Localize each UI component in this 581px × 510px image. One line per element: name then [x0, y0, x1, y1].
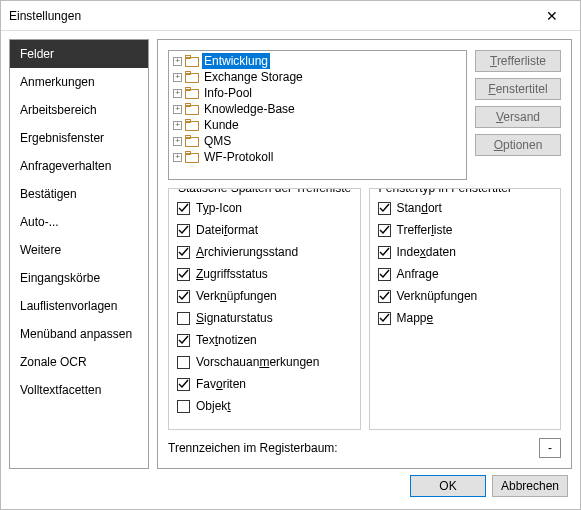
close-icon[interactable]: ✕: [532, 2, 572, 30]
checkbox-label: Dateiformat: [196, 223, 258, 237]
sidebar-item[interactable]: Ergebnisfenster: [10, 124, 148, 152]
checkbox-label: Anfrage: [397, 267, 439, 281]
window-title: Einstellungen: [9, 9, 532, 23]
checkbox-label: Mappe: [397, 311, 434, 325]
checkbox-label: Standort: [397, 201, 442, 215]
side-button[interactable]: Trefferliste: [475, 50, 561, 72]
checkbox-label: Zugriffsstatus: [196, 267, 268, 281]
checkbox-row[interactable]: Anfrage: [378, 263, 553, 285]
checkbox-row[interactable]: Dateiformat: [177, 219, 352, 241]
folder-icon: [185, 71, 199, 83]
checkbox-icon: [177, 312, 190, 325]
checkbox-icon: [177, 290, 190, 303]
checkbox-row[interactable]: Verknüpfungen: [177, 285, 352, 307]
checkbox-icon: [177, 246, 190, 259]
tree[interactable]: +Entwicklung+Exchange Storage+Info-Pool+…: [168, 50, 467, 180]
sidebar-item[interactable]: Eingangskörbe: [10, 264, 148, 292]
sidebar-item[interactable]: Lauflistenvorlagen: [10, 292, 148, 320]
checkbox-icon: [177, 400, 190, 413]
checkbox-label: Favoriten: [196, 377, 246, 391]
tree-expander-icon[interactable]: +: [173, 89, 182, 98]
tree-item-label: QMS: [202, 133, 233, 149]
tree-item[interactable]: +Exchange Storage: [173, 69, 462, 85]
checkbox-row[interactable]: Archivierungsstand: [177, 241, 352, 263]
tree-expander-icon[interactable]: +: [173, 153, 182, 162]
side-button[interactable]: Versand: [475, 106, 561, 128]
tree-expander-icon[interactable]: +: [173, 121, 182, 130]
tree-expander-icon[interactable]: +: [173, 57, 182, 66]
checkbox-icon: [177, 202, 190, 215]
checkbox-row[interactable]: Vorschauanmerkungen: [177, 351, 352, 373]
checkbox-row[interactable]: Favoriten: [177, 373, 352, 395]
separator-label: Trennzeichen im Registerbaum:: [168, 441, 338, 455]
tree-expander-icon[interactable]: +: [173, 73, 182, 82]
sidebar-item[interactable]: Menüband anpassen: [10, 320, 148, 348]
checkbox-row[interactable]: Standort: [378, 197, 553, 219]
tree-item-label: WF-Protokoll: [202, 149, 275, 165]
checkbox-icon: [177, 224, 190, 237]
tree-item-label: Entwicklung: [202, 53, 270, 69]
checkbox-row[interactable]: Verknüpfungen: [378, 285, 553, 307]
checkbox-icon: [378, 268, 391, 281]
sidebar-item[interactable]: Felder: [10, 40, 148, 68]
checkbox-row[interactable]: Textnotizen: [177, 329, 352, 351]
checkbox-icon: [177, 334, 190, 347]
checkbox-row[interactable]: Signaturstatus: [177, 307, 352, 329]
tree-item[interactable]: +Kunde: [173, 117, 462, 133]
group-static-columns: Statische Spalten der Trefferliste Typ-I…: [168, 188, 361, 430]
sidebar-item[interactable]: Auto-...: [10, 208, 148, 236]
checkbox-icon: [378, 290, 391, 303]
side-button[interactable]: Fenstertitel: [475, 78, 561, 100]
folder-icon: [185, 119, 199, 131]
checkbox-icon: [177, 268, 190, 281]
checkbox-label: Typ-Icon: [196, 201, 242, 215]
tree-expander-icon[interactable]: +: [173, 105, 182, 114]
cancel-button[interactable]: Abbrechen: [492, 475, 568, 497]
group-title-wintype: Fenstertyp in Fenstertitel: [376, 188, 514, 195]
tree-expander-icon[interactable]: +: [173, 137, 182, 146]
checkbox-icon: [378, 202, 391, 215]
sidebar-item[interactable]: Arbeitsbereich: [10, 96, 148, 124]
group-window-type: Fenstertyp in Fenstertitel StandortTreff…: [369, 188, 562, 430]
tree-item[interactable]: +WF-Protokoll: [173, 149, 462, 165]
checkbox-label: Textnotizen: [196, 333, 257, 347]
tree-item-label: Kunde: [202, 117, 241, 133]
sidebar-item[interactable]: Anmerkungen: [10, 68, 148, 96]
folder-icon: [185, 135, 199, 147]
checkbox-row[interactable]: Typ-Icon: [177, 197, 352, 219]
checkbox-row[interactable]: Objekt: [177, 395, 352, 417]
separator-input[interactable]: [539, 438, 561, 458]
sidebar: FelderAnmerkungenArbeitsbereichErgebnisf…: [9, 39, 149, 469]
sidebar-item[interactable]: Anfrageverhalten: [10, 152, 148, 180]
tree-item[interactable]: +Info-Pool: [173, 85, 462, 101]
checkbox-label: Trefferliste: [397, 223, 453, 237]
checkbox-label: Verknüpfungen: [397, 289, 478, 303]
tree-item[interactable]: +Knowledge-Base: [173, 101, 462, 117]
tree-item[interactable]: +QMS: [173, 133, 462, 149]
tree-item-label: Exchange Storage: [202, 69, 305, 85]
checkbox-label: Objekt: [196, 399, 231, 413]
sidebar-item[interactable]: Volltextfacetten: [10, 376, 148, 404]
checkbox-icon: [378, 312, 391, 325]
sidebar-item[interactable]: Weitere: [10, 236, 148, 264]
ok-button[interactable]: OK: [410, 475, 486, 497]
folder-icon: [185, 103, 199, 115]
folder-icon: [185, 87, 199, 99]
checkbox-row[interactable]: Mappe: [378, 307, 553, 329]
checkbox-row[interactable]: Trefferliste: [378, 219, 553, 241]
checkbox-label: Vorschauanmerkungen: [196, 355, 319, 369]
tree-item-label: Knowledge-Base: [202, 101, 297, 117]
checkbox-label: Verknüpfungen: [196, 289, 277, 303]
checkbox-row[interactable]: Indexdaten: [378, 241, 553, 263]
sidebar-item[interactable]: Zonale OCR: [10, 348, 148, 376]
tree-item-label: Info-Pool: [202, 85, 254, 101]
tree-item[interactable]: +Entwicklung: [173, 53, 462, 69]
sidebar-item[interactable]: Bestätigen: [10, 180, 148, 208]
side-button[interactable]: Optionen: [475, 134, 561, 156]
folder-icon: [185, 55, 199, 67]
checkbox-label: Indexdaten: [397, 245, 456, 259]
checkbox-icon: [378, 246, 391, 259]
checkbox-label: Signaturstatus: [196, 311, 273, 325]
checkbox-row[interactable]: Zugriffsstatus: [177, 263, 352, 285]
group-title-static: Statische Spalten der Trefferliste: [175, 188, 354, 195]
